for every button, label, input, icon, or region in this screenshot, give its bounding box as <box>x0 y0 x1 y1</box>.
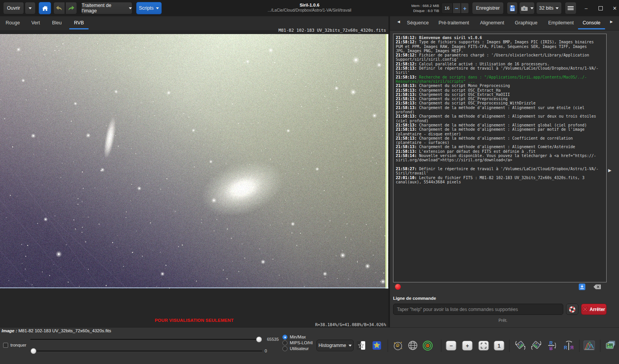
svg-text:R: R <box>549 345 553 351</box>
threads-value[interactable]: 16 <box>441 3 453 14</box>
hamburger-icon <box>568 5 574 11</box>
console-line: 21:58:13: Chargement du script OSC_Prepr… <box>396 97 604 101</box>
astrometry-button[interactable] <box>391 339 404 352</box>
command-input[interactable] <box>393 304 563 315</box>
undo-icon <box>55 5 63 11</box>
zoom-in-button[interactable]: + <box>462 341 473 350</box>
tab-label: Console <box>583 20 600 26</box>
tab-rgb-channel[interactable]: RVB <box>74 16 84 29</box>
open-label: Ouvrir <box>7 5 20 11</box>
toolbar-separator <box>600 340 600 352</box>
display-mode-dropdown[interactable]: Histogramme <box>316 340 354 351</box>
minimize-button[interactable]: – <box>581 3 591 13</box>
quick-save-button[interactable] <box>507 2 518 14</box>
image-caption-label: Image : <box>2 328 17 333</box>
tab-preprocessing[interactable]: Pré-traitement <box>438 16 469 29</box>
console-line: 21:58:13: Chargement du script Mono_Prep… <box>396 84 604 88</box>
curves-display-button[interactable] <box>583 339 596 352</box>
tab-blue-channel[interactable]: Bleu <box>52 16 62 29</box>
tab-registration[interactable]: Alignement <box>480 16 504 29</box>
globe-icon <box>408 340 418 350</box>
radio-mips-label: MIPS-LO/HI <box>290 340 313 345</box>
toolbar-separator <box>441 340 441 352</box>
redo-button[interactable] <box>65 2 77 14</box>
tab-console[interactable]: Console <box>583 16 600 29</box>
console-line: 21:58:13: Chargement de la méthode d'ali… <box>396 114 604 123</box>
false-color-star-icon <box>372 341 381 350</box>
console-log[interactable]: 21:58:12: Bienvenue dans siril v1.0.621:… <box>393 34 607 282</box>
tab-red-channel[interactable]: Rouge <box>6 16 20 29</box>
scripts-button[interactable]: Scripts <box>136 2 162 14</box>
active-tab-underline <box>69 28 89 29</box>
tab-sequence[interactable]: Séquence <box>407 16 429 29</box>
high-slider-value: 65535 <box>267 337 279 342</box>
flip-vertical-button[interactable]: R R <box>546 339 559 352</box>
low-slider[interactable] <box>30 350 262 352</box>
save-button[interactable]: Enregistrer <box>472 2 504 14</box>
low-slider-value: 0 <box>265 349 267 353</box>
tab-plot[interactable]: Graphique <box>515 16 537 29</box>
status-text: Prêt. <box>390 318 616 323</box>
flip-horizontal-icon: R R <box>563 340 574 351</box>
rotate-ccw-button[interactable] <box>514 339 527 352</box>
title-block: Siril-1.0.6 .../LaCie/Cloud/Dropbox/Astr… <box>232 3 387 13</box>
photometry-rings-icon <box>422 340 433 351</box>
panel-divider[interactable] <box>388 16 390 364</box>
menu-button[interactable] <box>565 2 576 14</box>
console-line: 22:01:10: Lecture du fichier FITS : M81-… <box>396 176 604 185</box>
zoom-out-button[interactable]: − <box>446 341 457 350</box>
fit-to-window-button[interactable] <box>479 341 489 350</box>
console-line: 21:58:13: Chargement de la méthode d'ali… <box>396 127 604 136</box>
image-caption-name: M81-82 102-183 UV_32bits_72x60s_4320s.fi… <box>18 328 111 333</box>
one-to-one-button[interactable]: 1 <box>494 341 504 350</box>
redo-icon <box>67 5 75 11</box>
bit-depth-button[interactable]: 32 bits <box>536 2 562 14</box>
open-button[interactable]: Ouvrir <box>3 2 24 14</box>
toolbar-separator <box>509 340 510 352</box>
snapshot-button[interactable] <box>519 2 535 14</box>
window-title: Siril-1.0.6 <box>232 3 387 8</box>
tab-green-channel[interactable]: Vert <box>31 16 40 29</box>
record-indicator-icon[interactable] <box>395 284 401 290</box>
negative-view-button[interactable] <box>354 339 368 352</box>
open-dropdown-button[interactable] <box>25 2 36 14</box>
console-line: 21:58:13: Chargement de la méthode d'ali… <box>396 123 604 127</box>
home-button[interactable] <box>39 2 51 14</box>
lifebuoy-icon <box>569 306 576 313</box>
scripts-label: Scripts <box>139 5 154 11</box>
astro-image[interactable] <box>0 34 388 289</box>
console-line: 21:58:13: Définir le répertoire de trava… <box>396 66 604 75</box>
photometry-button[interactable] <box>421 339 434 352</box>
close-button[interactable]: ✕ <box>610 3 619 13</box>
image-processing-button[interactable]: Traitement de l'image <box>81 2 132 14</box>
web-annotate-button[interactable] <box>406 339 419 352</box>
tab-stacking[interactable]: Empilement <box>548 16 574 29</box>
panel-expand-arrow-icon[interactable]: ▶ <box>608 168 611 173</box>
tabs-scroll-left-icon[interactable]: ◀ <box>397 20 400 24</box>
radio-minmax[interactable] <box>282 335 287 340</box>
radio-mips[interactable] <box>282 340 287 345</box>
maximize-icon <box>598 6 603 10</box>
truncate-checkbox[interactable] <box>3 343 8 348</box>
flip-horizontal-button[interactable]: R R <box>562 339 575 352</box>
console-line: 21:58:13: L'extension par défaut des FIT… <box>396 149 604 154</box>
maximize-button[interactable] <box>595 3 605 13</box>
tabs-scroll-right-icon[interactable]: ▶ <box>610 20 613 24</box>
console-line <box>396 162 604 167</box>
stop-button[interactable]: Arrêter <box>581 304 607 315</box>
high-slider[interactable] <box>30 339 262 340</box>
sequence-frames-button[interactable] <box>604 339 617 352</box>
console-line: 21:58:13: Recherche de scripts dans : "/… <box>396 75 604 84</box>
rotate-cw-button[interactable] <box>530 339 543 352</box>
false-color-button[interactable] <box>370 339 383 352</box>
command-help-button[interactable] <box>566 304 578 315</box>
threads-plus-button[interactable]: + <box>461 3 469 14</box>
rgb-readout: R=38.184%/G=41.088%/B=34.026% <box>315 322 386 327</box>
high-slider-handle[interactable] <box>256 337 262 342</box>
threads-minus-button[interactable]: − <box>453 3 461 14</box>
low-slider-handle[interactable] <box>31 348 36 354</box>
export-log-button[interactable] <box>579 284 586 291</box>
undo-button[interactable] <box>53 2 65 14</box>
radio-user[interactable] <box>282 346 287 351</box>
clear-console-button[interactable] <box>593 284 601 290</box>
